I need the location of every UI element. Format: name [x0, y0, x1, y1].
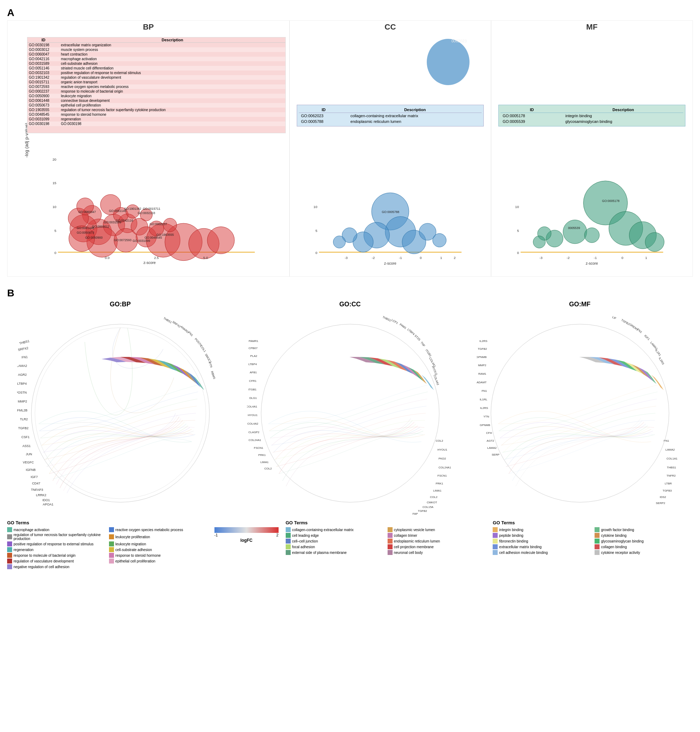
svg-point-122 [35, 328, 206, 499]
svg-text:PTN: PTN [208, 362, 213, 368]
svg-text:ITGB1: ITGB1 [425, 349, 432, 358]
svg-point-72 [563, 220, 587, 244]
legend-color-swatch [388, 539, 393, 544]
legend-color-swatch [388, 533, 393, 538]
svg-text:CLASP2: CLASP2 [248, 431, 259, 434]
go-id: GO:0060047 [28, 52, 59, 57]
legend-label: regulation of tumor necrosis factor supe… [13, 533, 106, 541]
table-row: GO:1903555regulation of tumor necrosis f… [28, 107, 285, 112]
legend-label: positive regulation of response to exter… [13, 542, 94, 546]
go-description: muscle system process [59, 47, 285, 52]
svg-text:-2: -2 [372, 256, 375, 260]
legend-color-swatch [109, 527, 114, 532]
legend-item: collagen binding [594, 544, 693, 549]
svg-text:THBS1: THBS1 [382, 316, 392, 322]
legend-item: endoplasmic reticulum lumen [388, 539, 486, 544]
cc-col-desc: Description [349, 107, 482, 113]
legend-label: external side of plasma membrane [292, 551, 347, 555]
go-description: regulation of vasculature development [59, 75, 285, 80]
svg-text:COL24A1: COL24A1 [248, 438, 261, 442]
svg-text:0: 0 [622, 256, 624, 260]
go-description: positive regulation of response to exter… [59, 71, 285, 75]
legend-item: cytoplasmic vesicle lumen [388, 527, 486, 532]
svg-text:COL4A1: COL4A1 [247, 405, 257, 408]
table-row: GO:0051146striated muscle cell different… [28, 66, 285, 71]
legend-item: cell projection membrane [388, 544, 486, 549]
legend-item: leukocyte migration [109, 541, 207, 547]
svg-text:5: 5 [54, 229, 56, 232]
bp-col-desc: Description [59, 37, 285, 43]
legend-label: cell adhesion molecule binding [499, 551, 547, 555]
svg-text:GO:0060047: GO:0060047 [78, 210, 96, 214]
svg-text:ITGB1: ITGB1 [248, 388, 256, 391]
legend-label: endoplasmic reticulum lumen [394, 539, 440, 543]
legend-color-swatch [7, 564, 12, 569]
mf-legend-title: GO Terms [493, 520, 693, 525]
svg-text:MMP2: MMP2 [478, 364, 486, 367]
table-row: GO:0030198extracellular matrix organizat… [28, 43, 285, 48]
svg-text:COL4A2: COL4A2 [433, 374, 440, 386]
panel-b: B GO:BP [7, 287, 693, 569]
svg-text:TGFB2: TGFB2 [18, 426, 28, 430]
svg-text:PKD2: PKD2 [438, 457, 446, 460]
gomf-chord-svg: IL2RS TGFB2 GPNMB MMP2 RAM1 ADAMT FN1 IL… [476, 310, 683, 516]
go-id: GO:0048545 [28, 112, 59, 117]
legend-item: collagen-containing extracellular matrix [286, 527, 384, 532]
logfc-max: 2 [276, 533, 279, 537]
go-id: GO:0050900 [28, 94, 59, 98]
svg-text:z-score: z-score [384, 262, 396, 265]
legend-item: focal adhesion [286, 544, 384, 549]
mf-svg: 0005539 GO:0005178 0 5 10 -3 -2 -1 0 1 [495, 137, 689, 266]
cc-legend-title: GO Terms [286, 520, 486, 525]
svg-text:LIMA1: LIMA1 [260, 460, 269, 464]
svg-text:GO:0050673: GO:0050673 [76, 231, 94, 234]
mf-col-desc: Description [563, 107, 683, 113]
svg-text:GO:0003012: GO:0003012 [92, 225, 109, 228]
svg-text:THBS1: THBS1 [163, 317, 172, 324]
cc-bubble-area: GO:0005788 0 5 10 -3 -2 -1 0 1 2 [293, 137, 487, 266]
go-description: regulation of tumor necrosis factor supe… [59, 107, 285, 112]
go-description: cell-substrate adhesion [59, 61, 285, 66]
go-description: extracellular matrix organization [59, 43, 285, 48]
go-description: glycosaminoglycan binding [563, 119, 683, 124]
svg-text:0: 0 [54, 251, 56, 255]
svg-text:FSCN1: FSCN1 [437, 474, 447, 477]
svg-text:AGR2: AGR2 [18, 373, 27, 376]
legend-color-swatch [594, 527, 600, 532]
gocc-chord-diagram: PAMR1 CPB07 PLA2 LTBP4 AFB1 CFR1 ITGB1 D… [247, 310, 453, 516]
bp-col-id: ID [28, 37, 59, 43]
svg-text:GO:0032103: GO:0032103 [138, 211, 155, 215]
legend-item: negative regulation of cell adhesion [7, 564, 106, 569]
go-id: GO:0062023 [299, 113, 349, 119]
go-description: endoplasmic reticulum lumen [349, 119, 482, 124]
bp-legend-title: GO Terms [7, 520, 207, 525]
legend-item: leukocyte proliferation [109, 533, 207, 541]
legend-color-swatch [493, 539, 498, 544]
logfc-title: logFC [240, 538, 253, 543]
gocc-title: GO:CC [340, 301, 361, 308]
svg-text:5: 5 [315, 229, 317, 232]
table-row: GO:0050673epithelial cell proliferation [28, 103, 285, 107]
legend-label: cell–cell junction [292, 539, 318, 543]
legend-color-swatch [109, 534, 114, 539]
svg-text:FN1: FN1 [21, 355, 28, 359]
legend-item: cell leading edge [286, 533, 384, 538]
legend-label: leukocyte migration [115, 542, 146, 546]
mf-table: ID Description GO:0005178integrin bindin… [499, 105, 685, 126]
go-id: GO:0050673 [28, 103, 59, 107]
logfc-min: -1 [215, 533, 218, 537]
svg-text:GPNMB: GPNMB [479, 423, 490, 427]
legend-item: regulation of tumor necrosis factor supe… [7, 533, 106, 541]
svg-text:JUN: JUN [26, 453, 32, 456]
table-row: GO:0050900leukocyte migration [28, 94, 285, 98]
svg-text:HYOU1: HYOU1 [437, 448, 447, 451]
legend-color-swatch [286, 550, 291, 555]
svg-text:SERP: SERP [491, 453, 499, 456]
svg-text:COL2: COL2 [436, 439, 443, 442]
legend-color-swatch [493, 550, 498, 555]
table-row: GO:0015711organic anion transport [28, 80, 285, 84]
gocc-chord-svg: PAMR1 CPB07 PLA2 LTBP4 AFB1 CFR1 ITGB1 D… [247, 310, 453, 516]
cc-section: CC 0062023 ID Description [290, 21, 491, 276]
legend-label: growth factor binding [601, 528, 634, 532]
go-id: GO:0005539 [500, 119, 563, 124]
